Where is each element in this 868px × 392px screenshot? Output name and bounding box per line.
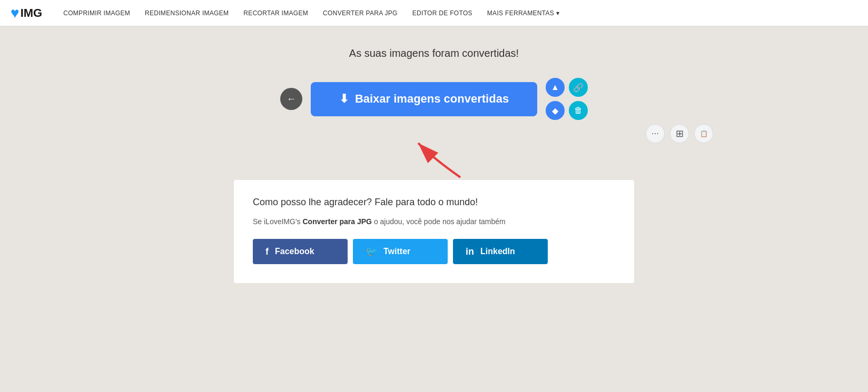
social-text-after: o ajudou, você pode nos ajudar também — [372, 217, 506, 226]
social-text-bold: Converter para JPG — [303, 217, 372, 226]
twitter-label: Twitter — [383, 247, 410, 256]
nav-comprimir[interactable]: COMPRIMIR IMAGEM — [63, 9, 130, 17]
nav-converter[interactable]: CONVERTER PARA JPG — [323, 9, 398, 17]
link-button[interactable]: 🔗 — [569, 78, 588, 97]
nav: COMPRIMIR IMAGEM REDIMENSIONAR IMAGEM RE… — [63, 9, 857, 17]
cloud-icon: ▲ — [551, 83, 559, 92]
dropbox-icon: ◆ — [552, 106, 558, 116]
back-icon: ← — [287, 94, 296, 105]
social-card-text: Se iLoveIMG's Converter para JPG o ajudo… — [253, 216, 615, 227]
social-text-before: Se iLoveIMG's — [253, 217, 303, 226]
facebook-button[interactable]: f Facebook — [253, 239, 348, 264]
convert-button[interactable]: 📋 — [694, 124, 713, 143]
trash-icon: 🗑 — [574, 106, 583, 115]
linkedin-icon: in — [466, 246, 474, 257]
main-content: As suas imagens foram convertidas! ← ⬇ B… — [0, 26, 868, 304]
nav-redimensionar[interactable]: REDIMENSIONAR IMAGEM — [145, 9, 229, 17]
logo[interactable]: ♥ IMG — [11, 5, 42, 22]
download-label: Baixar imagens convertidas — [355, 92, 509, 106]
convert-icon: 📋 — [700, 130, 708, 137]
dots-icon: ⋯ — [652, 129, 659, 138]
success-title: As suas imagens foram convertidas! — [349, 47, 519, 59]
facebook-icon: f — [265, 246, 269, 257]
link-icon: 🔗 — [573, 83, 584, 93]
arrow-container — [234, 143, 634, 180]
more-options-button[interactable]: ⋯ — [646, 124, 665, 143]
download-row: ← ⬇ Baixar imagens convertidas ▲ 🔗 ◆ — [280, 78, 588, 120]
side-icons: ▲ 🔗 ◆ 🗑 — [546, 78, 588, 120]
twitter-icon: 🐦 — [366, 246, 377, 257]
delete-button[interactable]: 🗑 — [569, 101, 588, 120]
linkedin-button[interactable]: in LinkedIn — [453, 239, 548, 264]
grid-icon: ⊞ — [676, 128, 684, 139]
logo-heart-icon: ♥ — [11, 5, 19, 22]
linkedin-label: LinkedIn — [480, 247, 515, 256]
header: ♥ IMG COMPRIMIR IMAGEM REDIMENSIONAR IMA… — [0, 0, 868, 26]
twitter-button[interactable]: 🐦 Twitter — [353, 239, 448, 264]
nav-editor[interactable]: EDITOR DE FOTOS — [412, 9, 472, 17]
small-icons-row: ⋯ ⊞ 📋 — [646, 124, 713, 143]
social-card: Como posso lhe agradecer? Fale para todo… — [234, 180, 634, 283]
back-button[interactable]: ← — [280, 88, 302, 110]
red-arrow — [381, 138, 487, 180]
grid-view-button[interactable]: ⊞ — [670, 124, 689, 143]
download-icon: ⬇ — [339, 92, 349, 106]
nav-mais[interactable]: MAIS FERRAMENTAS ▾ — [487, 9, 559, 17]
social-buttons: f Facebook 🐦 Twitter in LinkedIn — [253, 239, 615, 264]
logo-text: IMG — [21, 6, 43, 20]
facebook-label: Facebook — [275, 247, 314, 256]
dropbox-button[interactable]: ◆ — [546, 101, 565, 120]
download-button[interactable]: ⬇ Baixar imagens convertidas — [311, 82, 537, 116]
social-card-title: Como posso lhe agradecer? Fale para todo… — [253, 197, 615, 208]
cloud-upload-button[interactable]: ▲ — [546, 78, 565, 97]
side-icons-bottom: ◆ 🗑 — [546, 101, 588, 120]
nav-recortar[interactable]: RECORTAR IMAGEM — [243, 9, 308, 17]
side-icons-top: ▲ 🔗 — [546, 78, 588, 97]
